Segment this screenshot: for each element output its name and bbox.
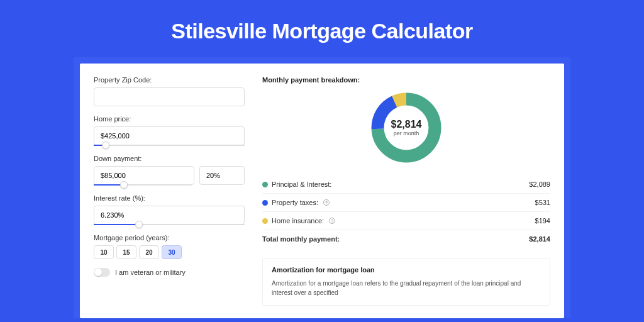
zip-field: Property Zip Code:: [94, 76, 245, 106]
interest-rate-input[interactable]: [94, 206, 245, 225]
home-price-field: Home price:: [94, 115, 245, 146]
donut-chart: $2,814 per month: [369, 90, 444, 165]
down-payment-slider[interactable]: [94, 184, 192, 186]
legend-row-principal: Principal & Interest: $2,089: [262, 175, 550, 194]
legend-label: Property taxes:: [272, 199, 318, 206]
info-icon[interactable]: ?: [329, 218, 335, 224]
legend-value: $194: [535, 217, 550, 225]
period-option-10[interactable]: 10: [94, 245, 114, 259]
donut-wrap: $2,814 per month: [262, 90, 550, 165]
amortization-section: Amortization for mortgage loan Amortizat…: [262, 258, 550, 306]
breakdown-column: Monthly payment breakdown: $2,814 per mo…: [262, 76, 550, 306]
period-options: 10 15 20 30: [94, 245, 245, 259]
down-payment-field: Down payment:: [94, 155, 245, 186]
slider-thumb[interactable]: [120, 181, 128, 189]
home-price-input[interactable]: [94, 126, 245, 145]
amortization-title: Amortization for mortgage loan: [272, 266, 541, 274]
legend-label: Home insurance:: [272, 217, 324, 225]
breakdown-title: Monthly payment breakdown:: [262, 76, 550, 84]
legend-label: Principal & Interest:: [272, 180, 331, 188]
legend-value: $2,089: [529, 180, 550, 188]
calculator-card: Property Zip Code: Home price: Down paym…: [80, 64, 564, 318]
veteran-label: I am veteran or military: [115, 269, 186, 276]
slider-thumb[interactable]: [135, 221, 143, 228]
total-label: Total monthly payment:: [262, 235, 340, 243]
amortization-text: Amortization for a mortgage loan refers …: [272, 279, 541, 297]
zip-input[interactable]: [94, 87, 245, 106]
page-title: Stilesville Mortgage Calculator: [0, 0, 644, 57]
toggle-knob: [94, 269, 102, 276]
home-price-slider[interactable]: [94, 145, 245, 146]
legend-dot: [262, 182, 268, 187]
zip-label: Property Zip Code:: [94, 76, 245, 84]
period-option-30[interactable]: 30: [162, 245, 182, 259]
form-column: Property Zip Code: Home price: Down paym…: [94, 76, 245, 306]
veteran-toggle[interactable]: [94, 268, 110, 277]
veteran-row: I am veteran or military: [94, 268, 245, 277]
legend-dot: [262, 218, 268, 224]
total-value: $2,814: [529, 235, 550, 243]
interest-rate-field: Interest rate (%):: [94, 194, 245, 225]
mortgage-period-label: Mortgage period (years):: [94, 234, 245, 242]
slider-thumb[interactable]: [102, 142, 109, 149]
legend-row-total: Total monthly payment: $2,814: [262, 230, 550, 248]
legend-row-insurance: Home insurance: ? $194: [262, 212, 550, 230]
info-icon[interactable]: ?: [323, 199, 330, 206]
down-payment-label: Down payment:: [94, 155, 245, 162]
home-price-label: Home price:: [94, 115, 245, 123]
slider-fill: [94, 224, 139, 225]
legend-row-taxes: Property taxes: ? $531: [262, 194, 550, 212]
interest-rate-slider[interactable]: [94, 224, 245, 225]
down-payment-pct-input[interactable]: [199, 166, 245, 185]
legend-value: $531: [535, 199, 550, 206]
donut-center: $2,814 per month: [391, 119, 422, 136]
period-option-20[interactable]: 20: [139, 245, 159, 259]
donut-sub: per month: [391, 130, 422, 136]
period-option-15[interactable]: 15: [116, 245, 136, 259]
legend-dot: [262, 200, 268, 206]
down-payment-amount-input[interactable]: [94, 166, 194, 185]
slider-fill: [94, 184, 124, 186]
interest-rate-label: Interest rate (%):: [94, 194, 245, 202]
donut-amount: $2,814: [391, 119, 422, 130]
mortgage-period-field: Mortgage period (years): 10 15 20 30: [94, 234, 245, 259]
card-backdrop: Property Zip Code: Home price: Down paym…: [74, 57, 570, 318]
